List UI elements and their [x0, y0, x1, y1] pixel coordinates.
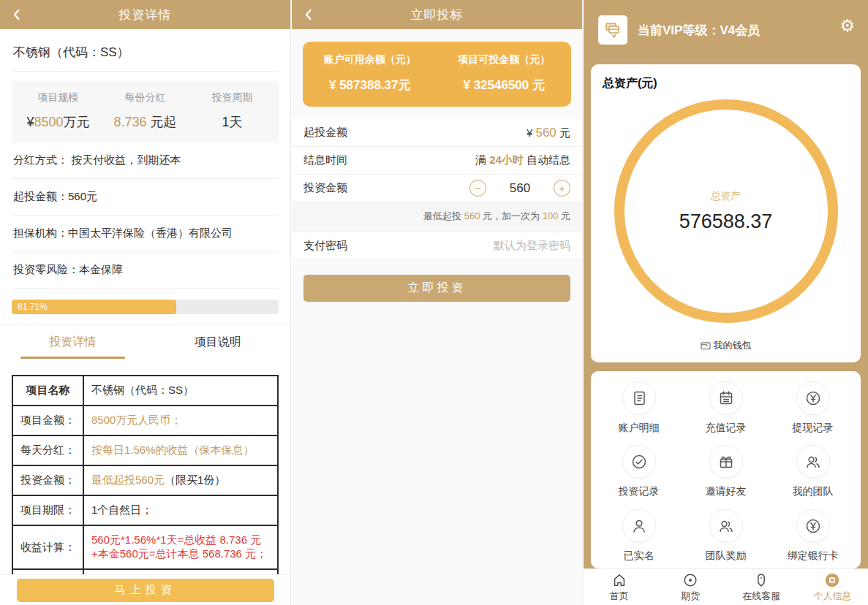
check-circle-icon — [630, 453, 648, 471]
team-icon — [804, 453, 822, 471]
left-appbar: 投资详情 — [0, 0, 290, 29]
row-min-invest: 起投金额 ¥ 560 元 — [292, 119, 582, 147]
total-asset-card: 总资产(元) 总资产 576588.37 我的钱包 — [591, 64, 861, 362]
info-row-dividend-method: 分红方式： 按天付收益，到期还本 — [12, 142, 279, 179]
balance-card: 账户可用余额（元） ¥ 587388.37元 项目可投金额（元） ¥ 32546… — [303, 42, 571, 107]
total-asset-value: 576588.37 — [679, 210, 773, 233]
project-stats: 项目规模 ¥8500万元 每份分红 8.736 元起 投资周期 1天 — [12, 81, 279, 142]
calendar-icon — [717, 389, 735, 407]
yuan-circle-icon — [804, 517, 822, 535]
tab-home[interactable]: 首页 — [584, 569, 654, 605]
invest-now-button[interactable]: 马上投资 — [17, 579, 274, 602]
chevron-left-icon — [10, 8, 23, 21]
menu-my-team[interactable]: 我的团队 — [769, 445, 856, 504]
product-title: 不锈钢（代码：SS） — [12, 29, 279, 72]
funding-progress: 61.71% — [12, 300, 279, 314]
asset-ring: 总资产 576588.37 — [614, 99, 838, 323]
stepper-plus-button[interactable]: + — [554, 180, 570, 197]
menu-invest-record[interactable]: 投资记录 — [595, 445, 682, 504]
target-icon — [682, 572, 698, 588]
page-title: 投资详情 — [119, 7, 172, 23]
available-balance: 账户可用余额（元） ¥ 587388.37元 — [303, 53, 437, 94]
ring-label: 总资产 — [711, 190, 741, 203]
menu-account-detail[interactable]: 账户明细 — [595, 381, 682, 441]
tab-profile[interactable]: 个人信息 — [797, 569, 868, 605]
info-row-risk: 投资零风险：本金保障 — [12, 252, 279, 289]
row-invest-amount: 投资金额 − 560 + — [292, 175, 582, 202]
chevron-left-icon — [302, 8, 315, 21]
menu-invite-friends[interactable]: 邀请好友 — [682, 445, 769, 504]
gift-icon — [717, 453, 735, 471]
stat-dividend: 每份分红 8.736 元起 — [102, 91, 189, 131]
panel-profile: 当前VIP等级：V4会员 ⚙ 总资产(元) 总资产 576588.37 我的钱包… — [584, 0, 868, 605]
table-row: 项目金额： 8500万元人民币； — [12, 406, 278, 435]
home-icon — [611, 572, 627, 588]
progress-fill: 61.71% — [12, 300, 176, 314]
mid-appbar: 立即投标 — [292, 0, 582, 29]
progress-label: 61.71% — [18, 302, 48, 312]
table-row: 项目名称 不锈钢（代码：SS） — [12, 376, 278, 406]
service-icon — [753, 572, 769, 588]
page-title: 立即投标 — [411, 7, 464, 23]
tab-online-service[interactable]: 在线客服 — [726, 569, 797, 605]
bottom-tabbar: 首页 期货 在线客服 个人信息 — [584, 568, 868, 605]
ledger-icon — [630, 389, 648, 407]
info-row-min-amount: 起投金额：560元 — [12, 179, 279, 216]
row-pay-password[interactable]: 支付密码 默认为登录密码 — [292, 232, 582, 260]
table-row: 投资金额： 最低起投560元（限买1份） — [12, 465, 278, 495]
table-row: 每天分红： 按每日1.56%的收益（保本保息） — [12, 435, 278, 465]
table-row: 项目期限： 1个自然日； — [12, 495, 278, 525]
my-wallet-link[interactable]: 我的钱包 — [591, 339, 861, 352]
stepper-minus-button[interactable]: − — [469, 180, 486, 197]
menu-verified[interactable]: 已实名 — [595, 509, 682, 568]
profile-menu-grid: 账户明细 充值记录 提现记录 投资记录 邀请好友 我的团队 — [591, 371, 861, 568]
team-icon — [717, 517, 735, 535]
back-button[interactable] — [302, 0, 315, 29]
menu-team-reward[interactable]: 团队奖励 — [682, 509, 769, 568]
person-icon — [630, 517, 648, 535]
panel-bid-now: 立即投标 账户可用余额（元） ¥ 587388.37元 项目可投金额（元） ¥ … — [292, 0, 583, 605]
menu-withdraw-record[interactable]: 提现记录 — [769, 381, 856, 441]
invest-note: 最低起投 560 元，加一次为 100 元 — [292, 202, 582, 232]
asset-card-title: 总资产(元) — [591, 64, 861, 91]
stat-period: 投资周期 1天 — [189, 91, 276, 131]
stepper-value[interactable]: 560 — [486, 181, 554, 196]
progress-track: 61.71% — [12, 300, 279, 314]
stat-scale: 项目规模 ¥8500万元 — [15, 91, 102, 131]
panel-invest-detail: 投资详情 不锈钢（代码：SS） 项目规模 ¥8500万元 每份分红 8.736 … — [0, 0, 291, 605]
wallet-icon — [701, 341, 711, 350]
profile-icon — [824, 572, 840, 588]
menu-recharge-record[interactable]: 充值记录 — [682, 381, 769, 441]
vip-level-title: 当前VIP等级：V4会员 — [638, 22, 760, 39]
pay-password-placeholder: 默认为登录密码 — [494, 239, 570, 253]
profile-header: 当前VIP等级：V4会员 ⚙ — [584, 0, 868, 61]
bottom-cta-bar: 马上投资 — [0, 574, 290, 605]
back-button[interactable] — [10, 0, 23, 29]
tab-invest-detail[interactable]: 投资详情 — [0, 325, 146, 366]
invest-immediately-button[interactable]: 立即投资 — [303, 275, 570, 302]
table-row: 收益计算： 560元*1.56%*1天=总收益 8.736 元+本金560元=总… — [12, 525, 278, 569]
project-detail-table: 项目名称 不锈钢（代码：SS） 项目金额： 8500万元人民币； 每天分红： 按… — [12, 375, 279, 605]
yuan-circle-icon — [804, 389, 822, 407]
detail-tabs: 投资详情 项目说明 — [0, 324, 290, 366]
tab-active-underline — [20, 357, 125, 359]
tab-futures[interactable]: 期货 — [654, 569, 725, 605]
row-interest-time: 结息时间 满 24小时 自动结息 — [292, 147, 582, 175]
info-row-guarantor: 担保机构：中国太平洋保险（香港）有限公司 — [12, 216, 279, 252]
avatar[interactable] — [598, 15, 627, 45]
project-investable: 项目可投金额（元） ¥ 32546500 元 — [437, 53, 572, 94]
menu-bind-bank-card[interactable]: 绑定银行卡 — [769, 509, 856, 568]
brand-logo-icon — [603, 20, 622, 39]
screenshot-root: 投资详情 不锈钢（代码：SS） 项目规模 ¥8500万元 每份分红 8.736 … — [0, 0, 868, 605]
tab-project-description[interactable]: 项目说明 — [146, 325, 291, 366]
gear-icon[interactable]: ⚙ — [839, 18, 855, 34]
amount-stepper: − 560 + — [469, 180, 570, 197]
